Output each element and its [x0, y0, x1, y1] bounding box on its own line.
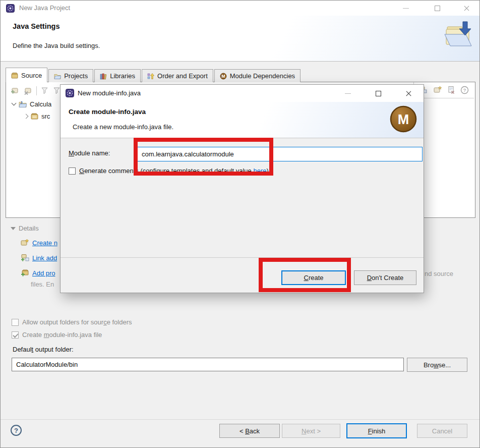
wizard-banner: Java Settings Define the Java build sett… — [1, 16, 479, 62]
modal-title: New module-info.java — [78, 85, 141, 102]
modal-separator — [61, 257, 424, 258]
eclipse-icon — [66, 89, 74, 97]
create-module-info-checkbox-row: Create module-info.java file — [12, 331, 102, 339]
main-titlebar: New Java Project — [1, 1, 479, 16]
browse-button[interactable]: Browse... — [407, 358, 467, 372]
tab-libraries[interactable]: Libraries — [94, 69, 141, 82]
modal-subheader: Create a new module-info.java file. — [73, 123, 173, 131]
settings-tabs: Source Projects Libraries Order and Ex — [6, 68, 302, 82]
dont-create-button[interactable]: Don't Create — [354, 270, 416, 285]
libraries-books-icon — [100, 73, 107, 80]
maximize-button[interactable] — [428, 1, 446, 16]
module-icon: M — [389, 105, 417, 133]
tab-source[interactable]: Source — [6, 68, 47, 82]
module-dependencies-icon: M — [220, 73, 227, 80]
modal-close-button[interactable] — [399, 85, 417, 102]
allow-output-folders-checkbox[interactable] — [12, 319, 19, 326]
next-button[interactable]: Next > — [282, 424, 340, 438]
panel-help-icon[interactable]: ? — [460, 86, 469, 94]
generate-comments-checkbox[interactable] — [69, 167, 76, 175]
tree-toolbar-left — [8, 84, 63, 97]
close-button[interactable] — [457, 1, 475, 16]
link-source-icon — [21, 254, 29, 262]
svg-text:?: ? — [463, 87, 466, 93]
tree-item-project[interactable]: J Calcula — [12, 100, 51, 108]
new-module-info-dialog: New module-info.java Create module-info.… — [60, 84, 424, 293]
new-java-project-window: New Java Project Java Settings Define th… — [0, 0, 480, 448]
eclipse-icon — [6, 4, 15, 13]
minimize-button[interactable] — [397, 1, 415, 16]
order-export-arrow-icon — [147, 73, 154, 80]
finish-button[interactable]: Finish — [346, 423, 407, 438]
module-name-label: Module name: — [69, 149, 110, 157]
module-name-input[interactable] — [137, 147, 423, 161]
default-output-folder-label: Default output folder: — [13, 346, 74, 353]
wizard-footer: ? < Back Next > Finish Cancel — [1, 419, 479, 448]
new-package-toolbar-icon[interactable] — [433, 86, 442, 94]
details-text-fragment: nd source — [425, 270, 453, 277]
modal-minimize-button[interactable] — [339, 85, 357, 102]
window-title: New Java Project — [19, 1, 70, 16]
projects-folder-icon — [54, 73, 61, 80]
create-module-icon — [21, 239, 29, 247]
details-note: files. En — [31, 281, 54, 288]
remove-file-toolbar-icon[interactable] — [447, 86, 455, 94]
tab-order-and-export[interactable]: Order and Export — [142, 69, 213, 82]
details-collapse-icon[interactable] — [11, 227, 16, 230]
help-icon[interactable]: ? — [11, 425, 22, 436]
source-package-icon — [11, 72, 18, 79]
details-link-create-module[interactable]: Create n — [21, 239, 57, 247]
source-folder-icon — [31, 113, 38, 120]
svg-text:M: M — [398, 112, 409, 127]
add-folder-toolbar-icon[interactable] — [10, 87, 19, 95]
chevron-down-icon[interactable] — [12, 101, 17, 106]
add-project-icon — [21, 269, 29, 277]
new-project-folder-icon — [439, 19, 477, 57]
configure-templates-link[interactable]: here — [253, 167, 266, 175]
remove-folder-toolbar-icon[interactable] — [23, 87, 32, 95]
page-subtitle: Define the Java build settings. — [13, 42, 100, 49]
page-title: Java Settings — [13, 22, 60, 30]
chevron-right-icon[interactable] — [24, 114, 29, 119]
modal-banner: Create module-info.java Create a new mod… — [61, 102, 424, 138]
svg-text:M: M — [221, 74, 225, 79]
modal-titlebar: New module-info.java — [61, 85, 424, 102]
allow-output-folders-checkbox-row: Allow output folders for source folders — [12, 318, 132, 326]
details-link-add-project[interactable]: Add pro — [21, 269, 55, 277]
create-module-info-checkbox[interactable] — [12, 331, 19, 339]
cancel-button[interactable]: Cancel — [417, 424, 467, 438]
tab-projects[interactable]: Projects — [48, 69, 93, 82]
back-button[interactable]: < Back — [219, 424, 280, 438]
tree-item-src[interactable]: src — [24, 113, 50, 120]
generate-comments-row: Generate comments (configure templates a… — [69, 167, 269, 175]
default-output-folder-input[interactable] — [12, 358, 404, 371]
tab-module-dependencies[interactable]: M Module Dependencies — [214, 69, 301, 82]
svg-text:J: J — [20, 100, 22, 105]
modal-maximize-button[interactable] — [369, 85, 387, 102]
filter-toolbar-icon[interactable] — [41, 87, 49, 95]
details-header[interactable]: Details — [11, 225, 39, 232]
details-link-link-source[interactable]: Link add — [21, 254, 57, 262]
create-button[interactable]: Create — [281, 270, 346, 285]
java-project-icon: J — [19, 100, 27, 108]
modal-header: Create module-info.java — [69, 108, 146, 116]
